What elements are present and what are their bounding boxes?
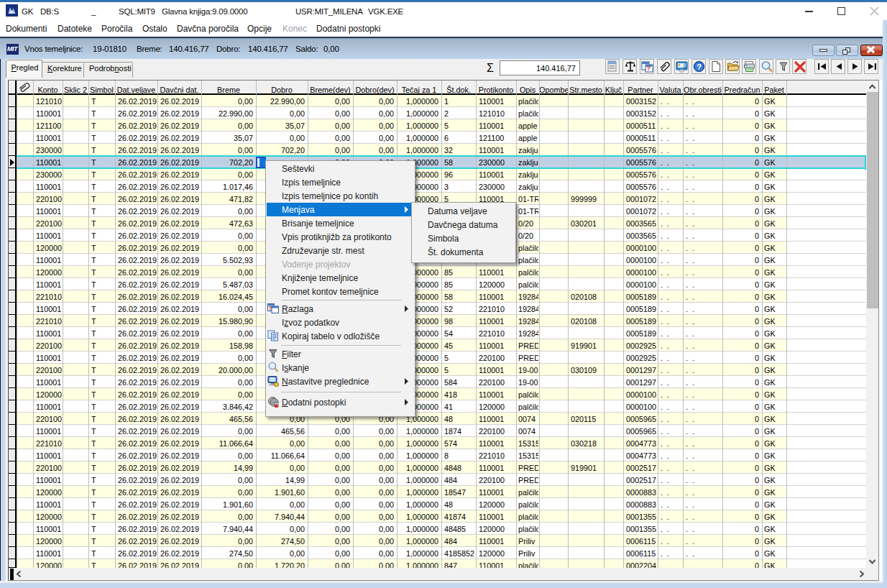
svg-text:?: ? <box>647 65 651 72</box>
svg-text:?: ? <box>697 63 702 71</box>
